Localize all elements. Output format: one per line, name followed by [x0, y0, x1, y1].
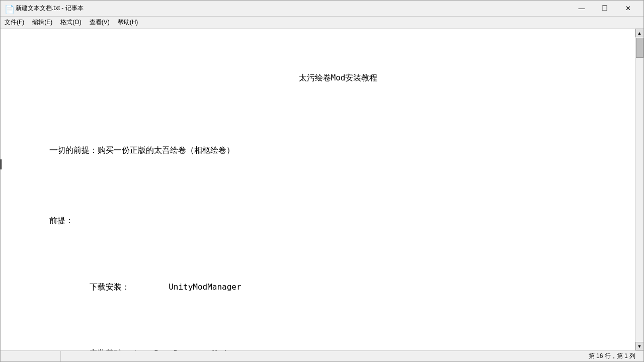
maximize-button[interactable]: ❐ — [593, 1, 616, 17]
notepad-window: 📄 新建文本文档.txt - 记事本 — ❐ ✕ 文件(F) 编辑(E) 格式(… — [0, 0, 644, 362]
menu-format[interactable]: 格式(O) — [56, 17, 85, 28]
download-text: 下载安装： UnityModManager — [90, 282, 242, 292]
scrollbar-track[interactable] — [635, 37, 643, 342]
line1-text: 一切的前提：购买一份正版的太吾绘卷（相柩绘卷） — [49, 145, 234, 155]
line-indicator — [1, 29, 3, 350]
close-button[interactable]: ✕ — [616, 1, 639, 17]
premise-label: 前提： — [49, 216, 73, 225]
line-col-text: 第 16 行，第 1 列 — [589, 352, 635, 360]
minimize-button[interactable]: — — [570, 1, 593, 17]
doc-title: 太污绘卷Mod安装教程 — [299, 73, 378, 82]
status-line-col: 第 16 行，第 1 列 — [581, 351, 643, 361]
status-segment-2 — [61, 351, 121, 361]
menu-file[interactable]: 文件(F) — [1, 17, 28, 28]
line-premise-intro: 一切的前提：购买一份正版的太吾绘卷（相柩绘卷） — [11, 131, 627, 169]
line-download: 下载安装： UnityModManager — [11, 267, 627, 306]
scroll-down-button[interactable]: ▼ — [635, 342, 644, 350]
menu-edit[interactable]: 编辑(E) — [28, 17, 56, 28]
scroll-up-button[interactable]: ▲ — [635, 29, 644, 37]
editor-area: 太污绘卷Mod安装教程 一切的前提：购买一份正版的太吾绘卷（相柩绘卷） 前提： … — [1, 29, 643, 350]
status-bar: 第 16 行，第 1 列 — [1, 350, 643, 361]
line-premise-header: 前提： — [11, 201, 627, 240]
title-bar: 📄 新建文本文档.txt - 记事本 — ❐ ✕ — [1, 1, 643, 17]
title-bar-left: 📄 新建文本文档.txt - 记事本 — [5, 4, 84, 13]
vertical-scrollbar[interactable]: ▲ ▼ — [635, 29, 643, 350]
menu-bar: 文件(F) 编辑(E) 格式(O) 查看(V) 帮助(H) — [1, 17, 643, 29]
status-segment-1 — [1, 351, 61, 361]
text-editor[interactable]: 太污绘卷Mod安装教程 一切的前提：购买一份正版的太吾绘卷（相柩绘卷） 前提： … — [3, 29, 635, 350]
scrollbar-thumb[interactable] — [636, 38, 643, 58]
doc-title-line: 太污绘卷Mod安装教程 — [11, 58, 627, 97]
menu-view[interactable]: 查看(V) — [86, 17, 114, 28]
line-install: 安装基础mod： BaseResourceMod — [11, 334, 627, 350]
app-icon: 📄 — [5, 5, 13, 13]
menu-help[interactable]: 帮助(H) — [114, 17, 142, 28]
window-title: 新建文本文档.txt - 记事本 — [16, 4, 84, 13]
cursor-indicator — [1, 159, 2, 169]
window-controls: — ❐ ✕ — [570, 1, 639, 17]
